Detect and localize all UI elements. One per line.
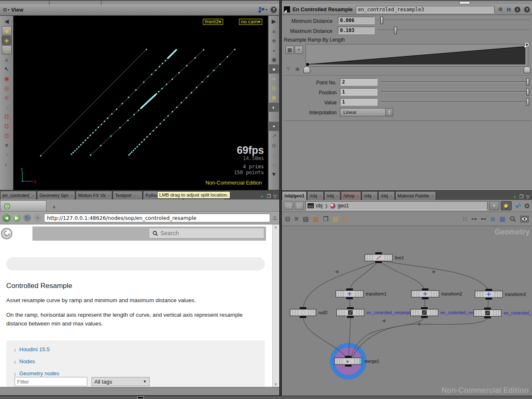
ramp-expand-icon[interactable]: ⊞ (296, 66, 299, 72)
breadcrumb-node[interactable]: geo1 (337, 203, 349, 209)
display-eye-icon[interactable] (520, 216, 529, 222)
pose-tool-icon[interactable]: ◎ (2, 84, 12, 93)
view-quad-icon[interactable]: ◐ (2, 160, 12, 169)
reload-button[interactable]: ↻ (23, 214, 31, 222)
pin-view-icon[interactable]: ⊘ (269, 141, 279, 150)
point-no-slider[interactable] (381, 78, 530, 86)
pane-menu-icon[interactable]: ▽ (273, 194, 277, 199)
min-distance-field[interactable]: 0.006 (338, 17, 374, 24)
value-field[interactable]: 1 (340, 98, 377, 106)
info-icon[interactable]: i (515, 7, 520, 12)
network-node[interactable]: transform3 (475, 289, 526, 300)
splitter-handle[interactable] (137, 397, 144, 399)
max-distance-field[interactable]: 0.103 (338, 27, 374, 34)
group-count-icon[interactable]: ◌ (269, 150, 279, 160)
min-distance-slider[interactable] (377, 17, 530, 24)
scroll-down-icon[interactable]: ▼ (269, 170, 279, 179)
sticky-note-icon[interactable]: ▤ (332, 215, 338, 223)
network-node[interactable]: en_controled_resample3 (474, 308, 532, 318)
pane-layout-icon[interactable]: ❒ (267, 194, 271, 199)
ramp-handle-end[interactable] (524, 66, 530, 73)
pane-tab[interactable]: /obj× (378, 191, 394, 200)
pliers-icon[interactable]: ↗ (269, 131, 279, 140)
pane-tab[interactable]: Material Palette× (395, 191, 436, 200)
camera-view-button[interactable]: front2▾ (203, 19, 223, 25)
shade-mode-icon[interactable]: ● (269, 64, 279, 74)
new-pane-tab-button[interactable]: ＋ (512, 194, 517, 200)
link-group-icon[interactable] (258, 7, 265, 13)
scroll-up-icon[interactable]: ▲ (269, 26, 279, 35)
network-editor[interactable]: Geometry line1transform1transform2transf… (282, 226, 532, 396)
hand-icon[interactable]: ⌂ (269, 160, 279, 169)
connect-v-icon[interactable]: ⊷ (481, 216, 486, 222)
ramp-collapse-icon[interactable]: ▽ (287, 66, 290, 71)
light-high-icon[interactable]: ⊕ (269, 93, 279, 102)
detail-view-icon[interactable]: ▤ (303, 215, 309, 223)
node-name-field[interactable] (356, 6, 495, 13)
pane-menu-icon[interactable]: ▽ (526, 194, 530, 200)
help-link[interactable]: ↓Houdini 15.5 (14, 346, 265, 352)
spinner-icon[interactable]: ▲▼ (385, 108, 393, 116)
network-node[interactable]: null2 (290, 307, 328, 318)
interpolation-dropdown[interactable]: Linear ▲▼ (340, 108, 393, 116)
align-nodes-icon[interactable]: ᎒᎒ (463, 217, 467, 222)
scroll-down-icon[interactable]: ▼ (2, 141, 12, 150)
browser-tab[interactable] (0, 200, 47, 211)
camera-select-button[interactable]: no cam▾ (239, 19, 262, 25)
pane-tab[interactable]: Textport× (113, 191, 143, 200)
new-pane-tab-button[interactable]: ＋ (260, 193, 264, 200)
help-link[interactable]: ↓Nodes (14, 358, 265, 365)
gear-icon[interactable]: ⚙ (498, 6, 503, 12)
stereo-icon[interactable]: ◖ (269, 112, 279, 121)
network-node[interactable]: transform1 (336, 288, 387, 299)
wireframe-icon[interactable]: ◈ (269, 36, 279, 45)
light-off-icon[interactable]: ○ (269, 74, 279, 83)
path-back-button[interactable]: ◁ (284, 202, 293, 210)
paint-tool-icon[interactable]: ◑ (2, 103, 12, 112)
pane-tab[interactable]: Motion FX View× (76, 191, 112, 200)
snap-grid-icon[interactable]: Ω (2, 112, 12, 121)
position-slider[interactable] (381, 88, 530, 96)
trash-bin-icon[interactable]: ▥ (343, 215, 349, 223)
pane-tab[interactable]: /obj× (307, 191, 323, 200)
filter-input[interactable] (15, 377, 87, 386)
search-input[interactable] (160, 230, 244, 236)
lock-icon[interactable]: ◒ (269, 45, 279, 54)
pane-tab[interactable]: /obj/geo1 (282, 191, 307, 200)
display-points-icon[interactable]: • (269, 122, 279, 131)
view-pane-icon[interactable]: ◔ (2, 150, 12, 160)
houdini-menu-icon[interactable]: H (507, 6, 511, 13)
follow-icon[interactable] (513, 201, 522, 210)
position-field[interactable]: 1 (340, 88, 377, 96)
search-box[interactable] (149, 228, 264, 239)
gear-icon[interactable]: ⚙ (524, 202, 530, 210)
max-distance-slider[interactable] (377, 27, 530, 34)
zoom-icon[interactable] (510, 216, 516, 222)
help-link[interactable]: ↓Geometry nodes (14, 370, 265, 377)
value-slider[interactable] (381, 98, 530, 106)
pane-tab[interactable]: /obj× (324, 191, 340, 200)
snap-point-icon[interactable]: Ω (2, 122, 12, 131)
layout-nodes-icon[interactable]: ⊞ (490, 216, 495, 222)
help-icon[interactable]: ? (271, 7, 277, 13)
pane-tab[interactable]: /shop× (341, 191, 361, 200)
ramp-handle-start[interactable] (303, 66, 310, 73)
help-icon[interactable]: ? (524, 7, 530, 12)
back-button[interactable]: ◀ (2, 214, 10, 222)
node-type-icon[interactable] (284, 6, 290, 12)
scroll-up-icon[interactable]: ▲ (2, 55, 12, 64)
ghost-icon[interactable]: ◉ (269, 55, 279, 64)
window-box-icon[interactable]: ❒ (323, 215, 328, 223)
path-dropdown-button[interactable]: ▼ (489, 201, 499, 210)
translate-tool-icon[interactable]: ⊕ (2, 93, 12, 102)
grid-snap-icon[interactable]: ▦ (500, 215, 505, 223)
pane-tab[interactable]: Geometry Spre...× (37, 191, 75, 200)
connect-h-icon[interactable]: ⊶ (471, 216, 477, 222)
viewport-canvas[interactable]: yx front2▾ no cam▾ 69fps 14.58ms 4 prims… (13, 16, 268, 190)
home-icon[interactable]: ⌂ (273, 214, 277, 222)
breadcrumb-root[interactable]: obj (316, 203, 323, 209)
pin-button[interactable] (501, 201, 512, 210)
ramp-add-point-button[interactable]: + (295, 46, 303, 54)
ramp-options-button[interactable]: ▦ (286, 46, 294, 54)
ramp-editor[interactable] (305, 44, 528, 66)
